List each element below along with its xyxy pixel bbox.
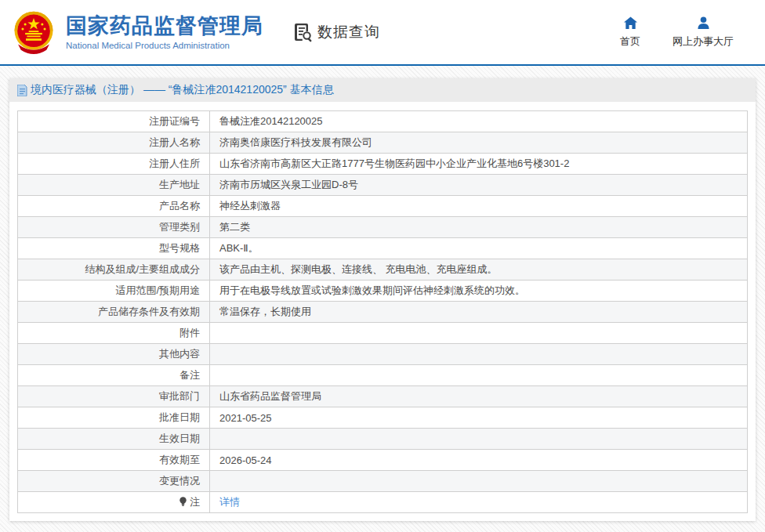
row-label: 结构及组成/主要组成成分 [85,263,200,275]
site-title: 国家药品监督管理局 [66,14,263,38]
table-row: 批准日期 2021-05-25 [18,407,748,429]
data-query-label: 数据查询 [317,22,380,42]
row-label: 有效期至 [159,454,200,465]
row-label: 注册人住所 [149,157,200,169]
row-value: 鲁械注准20142120025 [219,115,323,127]
row-label: 审批部门 [159,390,200,402]
data-query-link[interactable]: 数据查询 [293,22,380,42]
row-label: 型号规格 [159,242,200,254]
row-value: 用于在电极导线放置或试验刺激效果期间评估神经刺激系统的功效。 [219,284,525,296]
document-search-icon [293,22,314,42]
row-label: 产品储存条件及有效期 [98,306,200,317]
row-label: 生产地址 [159,179,200,190]
row-label: 生效日期 [159,432,200,444]
page-title-bar: 境内医疗器械（注册） —— “鲁械注准20142120025” 基本信息 [9,78,756,102]
table-row: 注册人住所 山东省济南市高新区大正路1777号生物医药园中小企业产业化基地6号楼… [18,154,748,175]
page-title: 境内医疗器械（注册） —— “鲁械注准20142120025” 基本信息 [31,83,334,97]
table-row: 审批部门 山东省药品监督管理局 [18,386,748,407]
document-icon [17,85,27,96]
row-label: 注册人名称 [149,136,200,148]
row-value: 常温保存，长期使用 [219,306,311,317]
row-value: 山东省济南市高新区大正路1777号生物医药园中小企业产业化基地6号楼301-2 [219,157,569,169]
row-label: 批准日期 [159,411,200,423]
table-row: 注 详情 [18,492,748,513]
table-row: 附件 [18,323,748,344]
row-label: 适用范围/预期用途 [115,284,200,296]
row-value: 济南奥倍康医疗科技发展有限公司 [219,136,372,148]
header: 国家药品监督管理局 National Medical Products Admi… [0,0,765,66]
table-row: 其他内容 [18,344,748,365]
row-label: 附件 [179,327,200,338]
nav-online-service-hall[interactable]: 网上办事大厅 [673,16,734,49]
row-label: 备注 [179,369,200,381]
nav-home-label: 首页 [620,34,640,49]
row-value: ABK-Ⅱ。 [219,242,259,254]
row-value: 该产品由主机、探测电极、连接线、 充电电池、充电座组成。 [219,263,498,275]
table-row: 有效期至 2026-05-24 [18,450,748,471]
detail-link[interactable]: 详情 [219,496,240,508]
row-value: 神经丛刺激器 [219,200,281,212]
table-row: 适用范围/预期用途 用于在电极导线放置或试验刺激效果期间评估神经刺激系统的功效。 [18,280,748,302]
table-row: 产品储存条件及有效期 常温保存，长期使用 [18,302,748,323]
row-label: 注册证编号 [149,115,200,127]
bulb-icon [179,497,187,507]
row-value: 2026-05-24 [219,454,272,466]
table-row: 结构及组成/主要组成成分 该产品由主机、探测电极、连接线、 充电电池、充电座组成… [18,259,748,280]
site-subtitle: National Medical Products Administration [66,41,263,50]
row-label: 变更情况 [159,475,200,487]
table-row: 型号规格 ABK-Ⅱ。 [18,238,748,259]
row-value: 第二类 [219,221,250,233]
row-label: 管理类别 [159,221,200,233]
table-row: 注册人名称 济南奥倍康医疗科技发展有限公司 [18,132,748,154]
site-title-block: 国家药品监督管理局 National Medical Products Admi… [66,14,263,49]
site-logo: 国家药品监督管理局 National Medical Products Admi… [11,9,263,56]
row-label: 注 [190,496,200,508]
user-icon [696,16,711,31]
registration-table: 注册证编号 鲁械注准20142120025 注册人名称 济南奥倍康医疗科技发展有… [17,110,748,513]
table-row: 注册证编号 鲁械注准20142120025 [18,111,748,132]
table-row: 备注 [18,365,748,386]
china-national-emblem-icon [11,9,56,56]
row-label: 产品名称 [159,200,200,212]
header-nav: 首页 网上办事大厅 [615,16,734,49]
content-panel: 境内医疗器械（注册） —— “鲁械注准20142120025” 基本信息 注册证… [9,78,756,521]
table-row: 变更情况 [18,471,748,492]
row-label: 其他内容 [159,348,200,360]
row-value: 济南市历城区兴泉工业园D-8号 [219,179,358,190]
nav-online-service-hall-label: 网上办事大厅 [673,34,734,49]
row-value: 2021-05-25 [219,412,272,424]
home-icon [623,16,638,31]
table-row: 生效日期 [18,429,748,450]
nav-home[interactable]: 首页 [615,16,646,49]
table-row: 产品名称 神经丛刺激器 [18,196,748,217]
registration-table-body: 注册证编号 鲁械注准20142120025 注册人名称 济南奥倍康医疗科技发展有… [18,111,748,513]
row-value: 山东省药品监督管理局 [219,390,321,402]
table-row: 管理类别 第二类 [18,217,748,238]
table-row: 生产地址 济南市历城区兴泉工业园D-8号 [18,175,748,196]
